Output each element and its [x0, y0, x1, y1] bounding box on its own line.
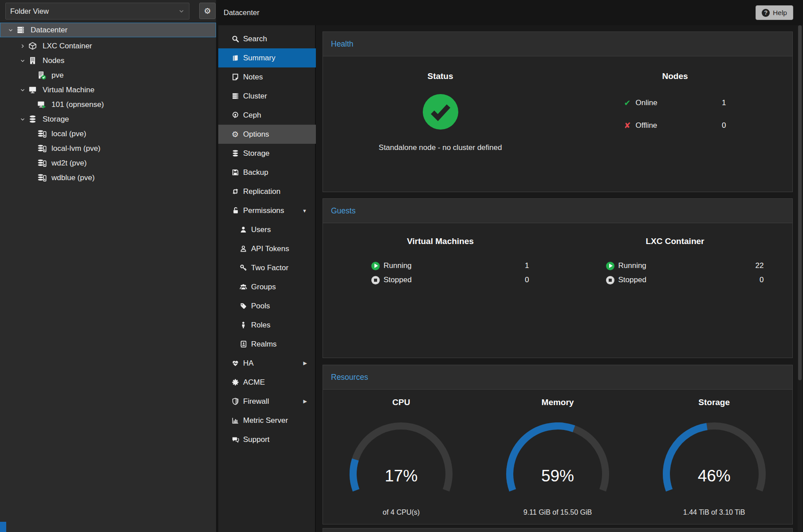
burst-icon — [231, 378, 240, 386]
tree-item-label: local-lvm (pve) — [51, 144, 101, 153]
top-bar: Datacenter ? Help — [218, 0, 803, 25]
search-icon — [231, 35, 240, 43]
storage-percent: 46% — [636, 467, 792, 485]
book-icon — [231, 54, 240, 62]
submenu-arrow-icon: ▶ — [303, 360, 307, 366]
menu-item-summary[interactable]: Summary — [218, 48, 316, 67]
memory-percent: 59% — [480, 467, 636, 485]
nodes-online-row: ✔ Online 1 — [624, 95, 726, 110]
nodes-offline-row: ✘ Offline 0 — [624, 118, 726, 133]
menu-item-support[interactable]: Support — [218, 430, 316, 449]
menu-item-roles[interactable]: Roles — [218, 315, 316, 335]
next-panel-cutoff — [323, 528, 793, 532]
address-book-icon — [239, 340, 248, 348]
expanded-arrow-icon: ▼ — [302, 208, 307, 213]
tree-item-pve[interactable]: pve — [0, 68, 216, 83]
database-icon — [28, 115, 42, 123]
nodes-header: Nodes — [558, 71, 792, 81]
tree-item-datacenter[interactable]: Datacenter — [0, 23, 216, 37]
guests-title: Guests — [331, 206, 355, 216]
storage-drive-icon — [37, 129, 51, 138]
tree-item-storage-wd2t[interactable]: wd2t (pve) — [0, 156, 216, 170]
view-selector-combobox[interactable]: Folder View — [5, 3, 189, 20]
resources-body: CPU 17% of 4 CPU(s) Memory 59% 9.11 GiB … — [323, 390, 792, 516]
storage-drive-icon — [37, 144, 51, 153]
tree-settings-button[interactable]: ⚙ — [199, 3, 216, 19]
menu-item-notes[interactable]: Notes — [218, 67, 316, 87]
guests-panel-header: Guests — [323, 199, 792, 223]
memory-gauge: Memory 59% 9.11 GiB of 15.50 GiB — [480, 398, 636, 516]
menu-item-pools[interactable]: Pools — [218, 296, 316, 315]
database-icon — [231, 150, 240, 157]
tree-item-label: 101 (opnsense) — [51, 100, 104, 109]
vm-stopped-count: 0 — [525, 276, 529, 284]
running-icon — [606, 262, 614, 270]
menu-item-two-factor[interactable]: Two Factor — [218, 258, 316, 277]
lxc-header: LXC Container — [558, 236, 792, 246]
lxc-stopped-count: 0 — [760, 276, 764, 284]
lxc-running-count: 22 — [756, 261, 764, 270]
shield-icon — [231, 398, 240, 405]
main-content: Health Status Standalone node - no clust… — [317, 25, 803, 532]
building-icon — [28, 56, 42, 65]
nodes-rows: ✔ Online 1 ✘ Offline 0 — [624, 95, 726, 133]
menu-item-firewall[interactable]: Firewall▶ — [218, 392, 316, 411]
tree-item-label: Virtual Machine — [43, 86, 94, 95]
menu-item-ceph[interactable]: Ceph — [218, 106, 316, 125]
status-header: Status — [323, 71, 558, 81]
memory-caption: 9.11 GiB of 15.50 GiB — [480, 508, 636, 516]
online-count: 1 — [722, 99, 726, 107]
help-button-label: Help — [773, 9, 787, 17]
tree-item-storage-wdblue[interactable]: wdblue (pve) — [0, 170, 216, 185]
status-text: Standalone node - no cluster defined — [323, 143, 558, 152]
question-icon: ? — [762, 9, 770, 17]
help-button[interactable]: ? Help — [756, 5, 793, 20]
tree-item-storage-local-lvm[interactable]: local-lvm (pve) — [0, 141, 216, 156]
menu-item-backup[interactable]: Backup — [218, 163, 316, 182]
expander-right-icon[interactable] — [17, 43, 28, 49]
menu-item-search[interactable]: Search — [218, 29, 316, 48]
tree-item-vm-101[interactable]: 101 (opnsense) — [0, 97, 216, 112]
scrollbar-thumb[interactable] — [798, 25, 802, 380]
menu-item-storage[interactable]: Storage — [218, 144, 316, 163]
vm-header: Virtual Machines — [323, 236, 558, 246]
expander-down-icon[interactable] — [17, 87, 28, 93]
health-nodes-column: Nodes ✔ Online 1 ✘ Offline 0 — [558, 71, 792, 152]
guests-vm-column: Virtual Machines Running 1 Stopped 0 — [323, 236, 558, 287]
expander-down-icon[interactable] — [5, 27, 16, 33]
health-panel-header: Health — [323, 32, 792, 56]
vm-running-icon — [37, 100, 51, 109]
user-outline-icon — [239, 245, 248, 252]
storage-gauge: Storage 46% 1.44 TiB of 3.10 TiB — [636, 398, 792, 516]
users-icon — [239, 283, 248, 291]
lxc-stopped-row: Stopped 0 — [606, 273, 764, 287]
guests-panel: Guests Virtual Machines Running 1 Stoppe… — [323, 198, 793, 358]
tree-item-nodes[interactable]: Nodes — [0, 53, 216, 68]
menu-item-ha[interactable]: HA▶ — [218, 354, 316, 373]
tree-item-storage-local[interactable]: local (pve) — [0, 126, 216, 141]
menu-item-groups[interactable]: Groups — [218, 277, 316, 296]
user-icon — [239, 226, 248, 233]
tree-item-lxc-container[interactable]: LXC Container — [0, 39, 216, 53]
menu-item-options[interactable]: ⚙Options — [218, 125, 316, 144]
menu-item-permissions[interactable]: Permissions▼ — [218, 201, 316, 220]
expander-down-icon[interactable] — [17, 58, 28, 64]
monitor-icon — [28, 86, 42, 94]
menu-item-users[interactable]: Users — [218, 220, 316, 239]
main-scrollbar[interactable] — [798, 25, 802, 532]
menu-item-replication[interactable]: Replication — [218, 182, 316, 201]
menu-item-metric-server[interactable]: Metric Server — [218, 411, 316, 430]
tree-item-storage[interactable]: Storage — [0, 112, 216, 126]
status-ok-icon — [422, 94, 459, 130]
tree-item-label: Datacenter — [31, 26, 67, 35]
tree-item-label: wd2t (pve) — [51, 159, 87, 168]
vm-rows: Running 1 Stopped 0 — [371, 259, 529, 287]
menu-item-realms[interactable]: Realms — [218, 335, 316, 354]
menu-item-cluster[interactable]: Cluster — [218, 87, 316, 106]
tree-item-virtual-machine[interactable]: Virtual Machine — [0, 83, 216, 97]
expander-down-icon[interactable] — [17, 116, 28, 122]
tag-icon — [239, 302, 248, 310]
menu-item-api-tokens[interactable]: API Tokens — [218, 239, 316, 258]
memory-header: Memory — [480, 398, 636, 407]
menu-item-acme[interactable]: ACME — [218, 373, 316, 392]
